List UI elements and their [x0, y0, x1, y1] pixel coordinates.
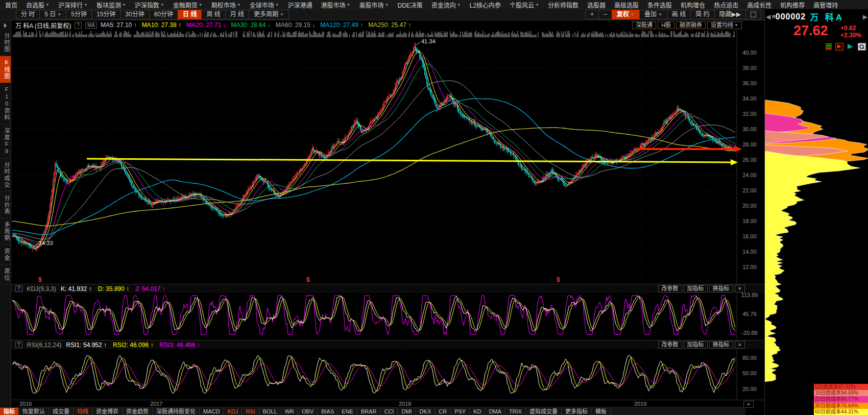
pane-btn-2[interactable]: 换指标: [709, 341, 733, 349]
menu-item-3[interactable]: 板块监测▼: [97, 1, 126, 9]
indicator-tab-MACD[interactable]: MACD: [200, 408, 224, 415]
indicator-tab-PSY[interactable]: PSY: [451, 408, 470, 415]
tool-3[interactable]: 叠加▼: [639, 10, 667, 19]
indicator-tab-BRAR[interactable]: BRAR: [357, 408, 381, 415]
menu-item-20[interactable]: 热点追击: [714, 1, 738, 9]
indicator-tab-CR[interactable]: CR: [435, 408, 451, 415]
help-icon[interactable]: ?: [15, 285, 22, 292]
sidebar-item-4[interactable]: 分时成交: [0, 159, 11, 192]
menu-item-21[interactable]: 高成长性: [747, 1, 771, 9]
period-1[interactable]: 5 日▼: [39, 10, 66, 19]
menu-item-15[interactable]: 分析师指数: [548, 1, 578, 9]
period-6[interactable]: 日 线: [178, 10, 202, 19]
indicator-tab-ENE[interactable]: ENE: [338, 408, 357, 415]
tool-6[interactable]: 隐藏▶▶: [714, 10, 746, 19]
menu-item-12[interactable]: 资金流向▼: [431, 1, 461, 9]
expand-dates-button[interactable]: »: [743, 401, 754, 408]
period-4[interactable]: 30分钟: [120, 10, 149, 19]
menu-item-10[interactable]: 美股市场▼: [359, 1, 389, 9]
chart-btn-2[interactable]: 融资融券: [676, 21, 706, 29]
magnifier-icon[interactable]: [858, 43, 866, 51]
sidebar-item-7[interactable]: 资金: [0, 245, 11, 265]
period-9[interactable]: 更多周期▼: [249, 10, 289, 19]
period-7[interactable]: 周 线: [201, 10, 225, 19]
period-5[interactable]: 60分钟: [149, 10, 178, 19]
next-stock-icon[interactable]: ▶: [862, 13, 868, 20]
pane-btn-0[interactable]: 改参数: [658, 285, 682, 292]
menu-item-16[interactable]: 选股器: [587, 1, 606, 9]
sidebar-item-8[interactable]: 席位: [0, 265, 11, 285]
indicator-tab-KD[interactable]: KD: [470, 408, 485, 415]
indicator-tab-资金博弈[interactable]: 资金博弈: [92, 408, 123, 415]
rsi-chart-canvas[interactable]: 80.0050.0020.00: [11, 349, 764, 400]
period-2[interactable]: 5分钟: [66, 10, 92, 19]
sidebar-item-0[interactable]: 分时图: [0, 30, 11, 56]
indicator-tab-模板[interactable]: 模板: [592, 408, 611, 415]
close-icon[interactable]: ×: [735, 341, 745, 349]
prev-stock-icon[interactable]: ◀: [765, 13, 771, 20]
main-chart-canvas[interactable]: 40.0038.0036.0034.0032.0030.0028.0026.00…: [11, 30, 764, 284]
indicator-tab-OBV[interactable]: OBV: [298, 408, 318, 415]
indicator-tab-恢复默认[interactable]: 恢复默认: [19, 408, 49, 415]
pane-btn-0[interactable]: 改参数: [658, 341, 682, 349]
period-3[interactable]: 15分钟: [91, 10, 120, 19]
close-icon[interactable]: ×: [735, 285, 745, 292]
period-8[interactable]: 月 线: [225, 10, 249, 19]
sidebar-item-5[interactable]: 分价表: [0, 192, 11, 218]
sidebar-item-2[interactable]: F10资料: [0, 83, 11, 125]
menu-item-1[interactable]: 自选股▼: [26, 1, 50, 9]
indicator-tab-KDJ[interactable]: KDJ: [224, 408, 242, 415]
tool-0[interactable]: +: [585, 10, 599, 19]
menu-item-14[interactable]: 个股风云▼: [510, 1, 539, 9]
chart-btn-0[interactable]: 深股通: [632, 21, 656, 29]
indicator-tab-虚拟成交量[interactable]: 虚拟成交量: [526, 408, 562, 415]
tool-fullscreen[interactable]: [745, 10, 761, 19]
pane-btn-1[interactable]: 加指标: [684, 285, 708, 292]
menu-item-8[interactable]: 沪深港通: [288, 1, 312, 9]
indicator-tab-均线[interactable]: 均线: [74, 408, 92, 415]
indicator-tab-WR[interactable]: WR: [281, 408, 298, 415]
help-icon[interactable]: ?: [15, 341, 22, 348]
indicator-tab-DMA[interactable]: DMA: [485, 408, 505, 415]
kdj-chart-canvas[interactable]: 113.8945.76-20.88: [11, 293, 764, 340]
pane-btn-2[interactable]: 换指标: [709, 285, 733, 292]
indicator-tab-BOLL[interactable]: BOLL: [259, 408, 281, 415]
indicator-tab-资金趋势[interactable]: 资金趋势: [123, 408, 153, 415]
help-icon[interactable]: ?: [75, 22, 82, 29]
menu-item-4[interactable]: 沪深指数▼: [135, 1, 164, 9]
indicator-tab-DKX[interactable]: DKX: [416, 408, 436, 415]
indicator-tab-RSI[interactable]: RSI: [242, 408, 259, 415]
menu-item-18[interactable]: 条件选股: [647, 1, 672, 9]
pane-btn-1[interactable]: 加指标: [684, 341, 708, 349]
indicator-tab-更多指标[interactable]: 更多指标: [562, 408, 592, 415]
menu-item-9[interactable]: 港股市场▼: [321, 1, 351, 9]
chart-btn-1[interactable]: H股: [658, 21, 674, 29]
menu-item-5[interactable]: 金融期货▼: [173, 1, 203, 9]
menu-item-23[interactable]: 高管增持: [813, 1, 838, 9]
volume-profile-icon[interactable]: [826, 43, 832, 50]
menu-item-0[interactable]: 首页: [5, 1, 17, 9]
tool-5[interactable]: 简 约: [690, 10, 714, 19]
sidebar-item-6[interactable]: 多周期: [0, 218, 11, 245]
menu-item-7[interactable]: 全球市场▼: [250, 1, 279, 9]
play-red-icon[interactable]: [835, 43, 843, 51]
sidebar-item-3[interactable]: 深度F9: [0, 125, 11, 159]
menu-item-13[interactable]: L2核心内参: [470, 1, 501, 9]
tool-1[interactable]: −: [598, 10, 612, 19]
menu-item-6[interactable]: 期权市场▼: [211, 1, 241, 9]
indicator-tab-DMI[interactable]: DMI: [398, 408, 416, 415]
play-green-icon[interactable]: [847, 43, 854, 50]
period-0[interactable]: 分 时: [16, 10, 40, 19]
indicator-tab-深股通持股变化[interactable]: 深股通持股变化: [153, 408, 200, 415]
sidebar-item-1[interactable]: K线图: [0, 56, 11, 83]
indicator-tab-指标[interactable]: 指标: [0, 408, 19, 415]
collapse-sidebar-icon[interactable]: [4, 23, 7, 28]
ma-toggle[interactable]: MA: [85, 22, 97, 29]
indicator-tab-BIAS[interactable]: BIAS: [318, 408, 338, 415]
menu-item-11[interactable]: DDE决策: [397, 1, 422, 9]
tool-4[interactable]: 画 线: [667, 10, 691, 19]
menu-item-22[interactable]: 机构推荐: [780, 1, 805, 9]
menu-item-17[interactable]: 高级选股: [614, 1, 639, 9]
menu-item-2[interactable]: 沪深排行▼: [58, 1, 88, 9]
chart-btn-3[interactable]: 设置均线▼: [707, 21, 742, 29]
